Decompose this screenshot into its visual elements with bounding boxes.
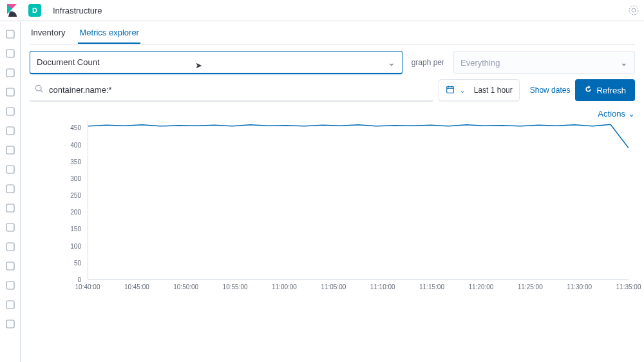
- uptime-icon[interactable]: [5, 222, 15, 233]
- infra-icon[interactable]: [5, 164, 15, 175]
- kibana-logo[interactable]: [5, 3, 21, 18]
- svg-rect-9: [6, 166, 14, 173]
- top-nav: D Infrastructure: [0, 0, 644, 21]
- refresh-button[interactable]: Refresh: [575, 79, 635, 101]
- maps-icon[interactable]: [5, 126, 15, 136]
- management-icon[interactable]: [5, 300, 15, 310]
- svg-rect-17: [6, 320, 14, 328]
- svg-line-19: [41, 90, 43, 92]
- y-axis-tick: 350: [55, 158, 81, 165]
- chevron-down-icon: ⌄: [628, 109, 635, 119]
- x-axis-tick: 11:30:00: [567, 283, 592, 291]
- svg-point-1: [632, 8, 636, 12]
- chart-plot[interactable]: [88, 121, 629, 280]
- svg-rect-11: [6, 204, 14, 212]
- svg-rect-12: [6, 224, 14, 231]
- discover-icon[interactable]: [5, 48, 15, 59]
- svg-rect-16: [6, 301, 14, 309]
- graph-per-label: graph per: [412, 58, 444, 67]
- canvas-icon[interactable]: [5, 106, 15, 117]
- chart-series-line: [88, 124, 629, 148]
- apm-icon[interactable]: [5, 203, 15, 213]
- search-input[interactable]: [49, 85, 428, 95]
- group-by-select[interactable]: Everything ⌄: [453, 51, 635, 74]
- x-axis-tick: 10:45:00: [124, 283, 149, 291]
- visualize-icon[interactable]: [5, 68, 15, 78]
- tab-metrics-explorer[interactable]: Metrics explorer: [78, 21, 140, 44]
- tab-inventory[interactable]: Inventory: [30, 21, 66, 44]
- refresh-label: Refresh: [596, 86, 626, 95]
- app-title: Infrastructure: [53, 6, 102, 15]
- x-axis-tick: 11:00:00: [272, 283, 297, 291]
- x-axis-tick: 11:10:00: [370, 283, 395, 291]
- chevron-down-icon: ⌄: [388, 57, 395, 68]
- recent-icon[interactable]: [5, 29, 15, 39]
- metric-select[interactable]: Document Count ⌄: [30, 51, 402, 74]
- collapse-icon[interactable]: [5, 319, 15, 329]
- y-axis-tick: 100: [55, 242, 81, 249]
- show-dates-link[interactable]: Show dates: [530, 86, 571, 95]
- search-input-wrapper: [30, 79, 433, 101]
- y-axis-tick: 0: [55, 276, 81, 283]
- svg-rect-3: [6, 50, 14, 57]
- svg-rect-5: [6, 88, 14, 96]
- svg-rect-20: [446, 86, 453, 93]
- dashboard-icon[interactable]: [5, 87, 15, 97]
- svg-rect-6: [6, 108, 14, 115]
- svg-rect-8: [6, 146, 14, 154]
- group-by-placeholder: Everything: [460, 58, 500, 68]
- space-badge[interactable]: D: [28, 4, 41, 17]
- refresh-icon: [584, 85, 592, 95]
- date-picker[interactable]: ⌄ Last 1 hour: [439, 79, 520, 101]
- siem-icon[interactable]: [5, 242, 15, 252]
- dev-tools-icon[interactable]: [5, 261, 15, 271]
- x-axis-tick: 10:40:00: [75, 283, 100, 291]
- x-axis-tick: 11:15:00: [419, 283, 444, 291]
- svg-rect-2: [6, 30, 14, 38]
- x-axis-tick: 11:25:00: [518, 283, 543, 291]
- ml-icon[interactable]: [5, 145, 15, 155]
- svg-rect-13: [6, 243, 14, 251]
- calendar-icon: [446, 85, 455, 96]
- y-axis-tick: 150: [55, 225, 81, 233]
- svg-rect-15: [6, 281, 14, 289]
- side-nav: [0, 21, 21, 362]
- y-axis-tick: 450: [55, 124, 81, 131]
- monitoring-icon[interactable]: [5, 280, 15, 291]
- x-axis-tick: 11:35:00: [616, 283, 641, 291]
- x-axis-tick: 10:55:00: [223, 283, 248, 291]
- y-axis-tick: 400: [55, 141, 81, 148]
- y-axis-tick: 200: [55, 209, 81, 216]
- svg-rect-10: [6, 185, 14, 193]
- tabs: Inventory Metrics explorer: [30, 21, 635, 44]
- x-axis-tick: 11:20:00: [468, 283, 493, 291]
- logs-icon[interactable]: [5, 184, 15, 194]
- chevron-down-icon: ⌄: [620, 57, 628, 68]
- y-axis-tick: 250: [55, 192, 81, 199]
- actions-menu[interactable]: Actions ⌄: [598, 109, 635, 119]
- x-axis-tick: 11:05:00: [321, 283, 346, 291]
- svg-point-0: [629, 6, 638, 15]
- svg-rect-7: [6, 127, 14, 135]
- x-axis-tick: 10:50:00: [173, 283, 198, 291]
- y-axis-tick: 300: [55, 175, 81, 182]
- metric-select-value: Document Count: [37, 57, 100, 67]
- date-picker-value: Last 1 hour: [474, 86, 513, 95]
- y-axis-tick: 50: [55, 259, 81, 266]
- svg-rect-14: [6, 262, 14, 270]
- help-icon[interactable]: [629, 5, 639, 17]
- search-icon: [35, 84, 44, 95]
- chart: 050100150200250300350400450 10:40:0010:4…: [30, 121, 635, 362]
- svg-point-18: [35, 85, 41, 91]
- svg-rect-4: [6, 69, 14, 77]
- chevron-down-icon: ⌄: [460, 87, 465, 94]
